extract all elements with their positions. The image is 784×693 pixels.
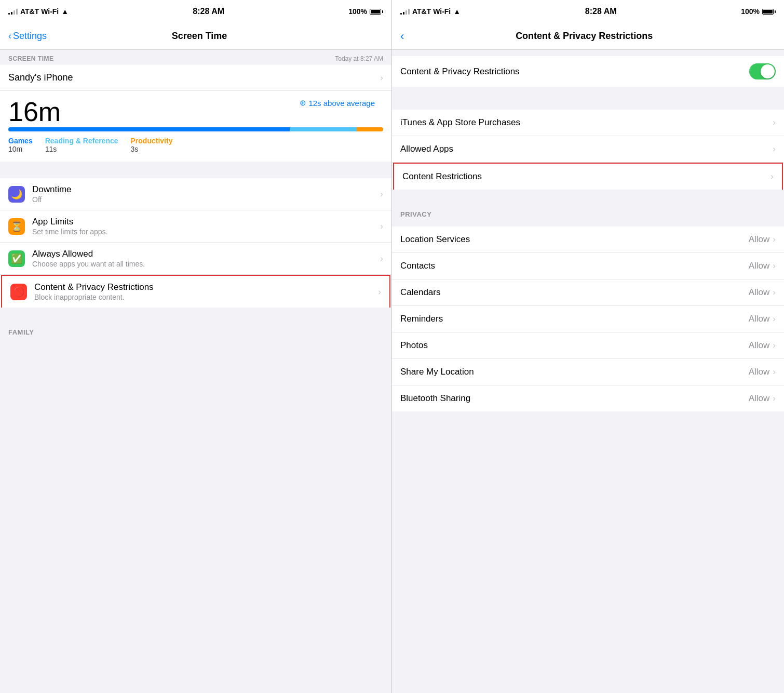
left-status-right: 100% xyxy=(348,7,383,16)
right-status-left: AT&T Wi-Fi ▲ xyxy=(400,7,461,16)
photos-value: Allow xyxy=(749,340,770,351)
reminders-value: Allow xyxy=(749,314,770,324)
right-status-time: 8:28 AM xyxy=(585,7,617,16)
calendars-title: Calendars xyxy=(400,287,441,298)
contacts-row[interactable]: Contacts Allow › xyxy=(392,253,784,279)
share-my-location-title: Share My Location xyxy=(400,367,474,377)
left-status-time: 8:28 AM xyxy=(193,7,224,16)
device-chevron-icon: › xyxy=(380,73,383,83)
always-allowed-chevron-icon: › xyxy=(380,254,383,264)
divider-2 xyxy=(0,308,391,324)
left-panel: AT&T Wi-Fi ▲ 8:28 AM 100% ‹ Settings Scr… xyxy=(0,0,392,693)
productivity-usage: Productivity 3s xyxy=(131,137,173,153)
right-signal-icon xyxy=(400,8,410,15)
allowed-apps-title: Allowed Apps xyxy=(400,144,453,154)
contacts-chevron-icon: › xyxy=(773,261,776,271)
signal-icon xyxy=(8,8,18,15)
content-privacy-icon: 🚫 xyxy=(10,284,27,300)
content-privacy-text: Content & Privacy Restrictions Block ina… xyxy=(34,282,378,301)
back-chevron-icon: ‹ xyxy=(8,31,11,42)
calendars-value: Allow xyxy=(749,287,770,298)
share-my-location-chevron-icon: › xyxy=(773,367,776,377)
reminders-row[interactable]: Reminders Allow › xyxy=(392,306,784,332)
games-segment xyxy=(8,127,290,131)
app-limits-row[interactable]: ⏳ App Limits Set time limits for apps. › xyxy=(0,210,391,243)
above-average: ⊕ 12s above average xyxy=(300,98,375,108)
screen-time-label: SCREEN TIME xyxy=(8,55,54,62)
family-label: FAMILY xyxy=(0,324,391,338)
location-services-row[interactable]: Location Services Allow › xyxy=(392,226,784,253)
right-nav-bar: ‹ Content & Privacy Restrictions xyxy=(392,23,784,50)
reading-usage: Reading & Reference 11s xyxy=(45,137,118,153)
right-carrier-label: AT&T Wi-Fi xyxy=(412,7,451,16)
allowed-apps-row-right: › xyxy=(773,144,776,154)
up-circle-icon: ⊕ xyxy=(300,98,306,108)
downtime-title: Downtime xyxy=(32,184,380,195)
privacy-group: Location Services Allow › Contacts Allow… xyxy=(392,226,784,411)
right-divider-1 xyxy=(392,87,784,103)
screen-time-date: Today at 8:27 AM xyxy=(335,55,383,62)
privacy-label: PRIVACY xyxy=(392,206,784,220)
productivity-label: Productivity xyxy=(131,137,173,145)
content-privacy-toggle[interactable] xyxy=(749,63,776,79)
right-status-bar: AT&T Wi-Fi ▲ 8:28 AM 100% xyxy=(392,0,784,23)
bluetooth-sharing-chevron-icon: › xyxy=(773,393,776,404)
bluetooth-sharing-right: Allow › xyxy=(749,393,776,404)
device-row[interactable]: Sandy's iPhone › xyxy=(0,65,391,91)
calendars-row[interactable]: Calendars Allow › xyxy=(392,279,784,306)
right-divider-2 xyxy=(392,190,784,206)
itunes-purchases-row[interactable]: iTunes & App Store Purchases › xyxy=(392,110,784,136)
right-status-right: 100% xyxy=(741,7,776,16)
app-limits-title: App Limits xyxy=(32,217,380,227)
battery-icon xyxy=(370,9,383,15)
left-nav-bar: ‹ Settings Screen Time xyxy=(0,23,391,50)
photos-chevron-icon: › xyxy=(773,340,776,351)
downtime-text: Downtime Off xyxy=(32,184,380,204)
photos-right: Allow › xyxy=(749,340,776,351)
photos-title: Photos xyxy=(400,340,428,351)
bluetooth-sharing-title: Bluetooth Sharing xyxy=(400,393,470,404)
games-label: Games xyxy=(8,137,33,145)
bluetooth-sharing-value: Allow xyxy=(749,393,770,404)
usage-row: Games 10m Reading & Reference 11s Produc… xyxy=(8,137,383,162)
content-privacy-row[interactable]: 🚫 Content & Privacy Restrictions Block i… xyxy=(1,275,390,308)
allowed-apps-chevron-icon: › xyxy=(773,144,776,154)
reminders-title: Reminders xyxy=(400,314,443,324)
content-restrictions-row[interactable]: Content Restrictions › xyxy=(393,163,783,190)
right-panel: AT&T Wi-Fi ▲ 8:28 AM 100% ‹ Content & Pr… xyxy=(392,0,784,693)
wifi-icon: ▲ xyxy=(61,7,69,16)
left-status-bar: AT&T Wi-Fi ▲ 8:28 AM 100% xyxy=(0,0,391,23)
downtime-subtitle: Off xyxy=(32,195,380,204)
content-privacy-toggle-row: Content & Privacy Restrictions xyxy=(392,56,784,87)
always-allowed-text: Always Allowed Choose apps you want at a… xyxy=(32,249,380,268)
bluetooth-sharing-row[interactable]: Bluetooth Sharing Allow › xyxy=(392,385,784,411)
battery-percent: 100% xyxy=(348,7,367,16)
downtime-chevron-icon: › xyxy=(380,189,383,199)
content-restrictions-chevron-icon: › xyxy=(771,171,774,182)
share-my-location-row[interactable]: Share My Location Allow › xyxy=(392,359,784,385)
reminders-right: Allow › xyxy=(749,314,776,324)
allowed-apps-row[interactable]: Allowed Apps › xyxy=(392,136,784,163)
content-privacy-subtitle: Block inappropriate content. xyxy=(34,293,378,301)
always-allowed-icon: ✅ xyxy=(8,250,25,267)
reading-time: 11s xyxy=(45,145,118,153)
left-nav-title: Screen Time xyxy=(16,31,383,42)
share-my-location-value: Allow xyxy=(749,367,770,377)
photos-row[interactable]: Photos Allow › xyxy=(392,332,784,359)
productivity-time: 3s xyxy=(131,145,173,153)
downtime-row[interactable]: 🌙 Downtime Off › xyxy=(0,178,391,210)
carrier-label: AT&T Wi-Fi xyxy=(20,7,59,16)
location-services-value: Allow xyxy=(749,234,770,245)
screen-time-header: SCREEN TIME Today at 8:27 AM xyxy=(0,50,391,65)
usage-progress-bar xyxy=(8,127,383,131)
itunes-chevron-icon: › xyxy=(773,117,776,128)
left-status-left: AT&T Wi-Fi ▲ xyxy=(8,7,69,16)
always-allowed-row[interactable]: ✅ Always Allowed Choose apps you want at… xyxy=(0,243,391,275)
content-restrictions-row-right: › xyxy=(771,171,774,182)
location-services-chevron-icon: › xyxy=(773,234,776,245)
device-name: Sandy's iPhone xyxy=(8,72,73,83)
toggle-knob xyxy=(761,64,775,78)
right-wifi-icon: ▲ xyxy=(453,7,461,16)
itunes-row-right: › xyxy=(773,117,776,128)
content-restrictions-title: Content Restrictions xyxy=(402,171,482,182)
